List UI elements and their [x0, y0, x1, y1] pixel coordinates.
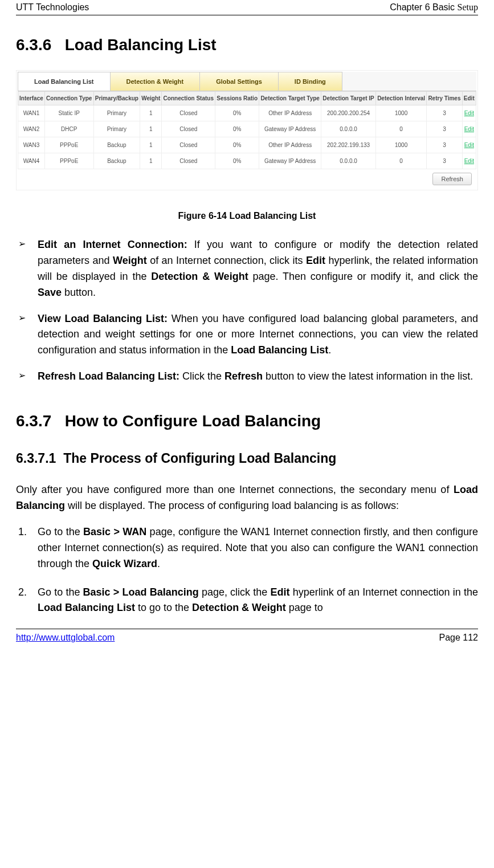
- table-cell: 0%: [215, 137, 259, 153]
- table-cell: 1000: [375, 105, 426, 121]
- refresh-button[interactable]: Refresh: [432, 173, 472, 185]
- table-cell: PPPoE: [44, 153, 93, 169]
- table-cell: Closed: [162, 137, 215, 153]
- col-sessions-ratio: Sessions Ratio: [215, 92, 259, 105]
- table-cell: 0.0.0.0: [321, 153, 376, 169]
- page-number: Page 112: [439, 633, 478, 643]
- tab-global-settings[interactable]: Global Settings: [199, 72, 279, 91]
- table-cell: Closed: [162, 153, 215, 169]
- table-cell: 3: [427, 153, 462, 169]
- table-cell: 0: [375, 121, 426, 137]
- table-cell: Primary: [93, 105, 140, 121]
- footer-link[interactable]: http://www.uttglobal.com: [16, 633, 115, 643]
- edit-link[interactable]: Edit: [464, 142, 474, 148]
- numbered-steps: 1. Go to the Basic > WAN page, configure…: [16, 524, 478, 616]
- bullet-list: Edit an Internet Connection: If you want…: [16, 237, 478, 385]
- section-heading-636: 6.3.6 Load Balancing List: [16, 36, 478, 54]
- table-cell: WAN1: [18, 105, 45, 121]
- edit-cell: Edit: [462, 105, 476, 121]
- table-cell: 0%: [215, 153, 259, 169]
- bullet-refresh-list: Refresh Load Balancing List: Click the R…: [16, 369, 478, 385]
- edit-cell: Edit: [462, 121, 476, 137]
- table-cell: WAN3: [18, 137, 45, 153]
- table-cell: Backup: [93, 153, 140, 169]
- table-cell: 3: [427, 137, 462, 153]
- table-cell: DHCP: [44, 121, 93, 137]
- col-weight: Weight: [140, 92, 162, 105]
- table-cell: Closed: [162, 105, 215, 121]
- table-cell: 1: [140, 105, 162, 121]
- tab-detection-weight[interactable]: Detection & Weight: [110, 72, 201, 91]
- step-2: 2. Go to the Basic > Load Balancing page…: [16, 585, 478, 617]
- table-cell: 3: [427, 105, 462, 121]
- table-cell: Primary: [93, 121, 140, 137]
- col-detection-target-ip: Detection Target IP: [321, 92, 376, 105]
- col-detection-target-type: Detection Target Type: [259, 92, 321, 105]
- table-row: WAN1Static IPPrimary1Closed0%Other IP Ad…: [18, 105, 476, 121]
- figure-caption: Figure 6-14 Load Balancing List: [16, 211, 478, 221]
- table-cell: Other IP Address: [259, 105, 321, 121]
- edit-cell: Edit: [462, 137, 476, 153]
- col-interface: Interface: [18, 92, 45, 105]
- table-cell: 1: [140, 137, 162, 153]
- header-left: UTT Technologies: [16, 2, 89, 13]
- table-cell: 202.202.199.133: [321, 137, 376, 153]
- step-1: 1. Go to the Basic > WAN page, configure…: [16, 524, 478, 572]
- page-header: UTT Technologies Chapter 6 Basic Setup: [16, 0, 478, 15]
- table-cell: WAN2: [18, 121, 45, 137]
- subsection-heading-6371: 6.3.7.1 The Process of Configuring Load …: [16, 451, 478, 466]
- edit-link[interactable]: Edit: [464, 158, 474, 164]
- screenshot-tabs: Load Balancing List Detection & Weight G…: [18, 72, 476, 91]
- table-cell: 0: [375, 153, 426, 169]
- col-primary-backup: Primary/Backup: [93, 92, 140, 105]
- table-cell: 0%: [215, 105, 259, 121]
- edit-link[interactable]: Edit: [464, 126, 474, 132]
- bullet-view-list: View Load Balancing List: When you have …: [16, 311, 478, 359]
- table-cell: 0%: [215, 121, 259, 137]
- table-cell: PPPoE: [44, 137, 93, 153]
- table-header-row: Interface Connection Type Primary/Backup…: [18, 92, 476, 105]
- table-cell: 1: [140, 121, 162, 137]
- table-cell: 1: [140, 153, 162, 169]
- header-right: Chapter 6 Basic Setup: [390, 2, 478, 13]
- table-row: WAN4PPPoEBackup1Closed0%Gateway IP Addre…: [18, 153, 476, 169]
- table-cell: Closed: [162, 121, 215, 137]
- col-connection-status: Connection Status: [162, 92, 215, 105]
- table-cell: Static IP: [44, 105, 93, 121]
- edit-link[interactable]: Edit: [464, 110, 474, 116]
- page-footer: http://www.uttglobal.com Page 112: [16, 629, 478, 646]
- table-cell: Other IP Address: [259, 137, 321, 153]
- table-cell: Gateway IP Address: [259, 153, 321, 169]
- tab-load-balancing-list[interactable]: Load Balancing List: [18, 72, 111, 91]
- col-connection-type: Connection Type: [44, 92, 93, 105]
- screenshot-load-balancing-list: Load Balancing List Detection & Weight G…: [16, 70, 478, 190]
- table-cell: 0.0.0.0: [321, 121, 376, 137]
- load-balancing-table: Interface Connection Type Primary/Backup…: [18, 91, 476, 169]
- col-detection-interval: Detection Interval: [375, 92, 426, 105]
- table-cell: Gateway IP Address: [259, 121, 321, 137]
- table-row: WAN2DHCPPrimary1Closed0%Gateway IP Addre…: [18, 121, 476, 137]
- table-cell: 200.200.200.254: [321, 105, 376, 121]
- bullet-edit-connection: Edit an Internet Connection: If you want…: [16, 237, 478, 301]
- table-cell: 3: [427, 121, 462, 137]
- col-edit: Edit: [462, 92, 476, 105]
- table-row: WAN3PPPoEBackup1Closed0%Other IP Address…: [18, 137, 476, 153]
- col-retry-times: Retry Times: [427, 92, 462, 105]
- edit-cell: Edit: [462, 153, 476, 169]
- table-cell: WAN4: [18, 153, 45, 169]
- section-heading-637: 6.3.7 How to Configure Load Balancing: [16, 412, 478, 430]
- process-intro-paragraph: Only after you have configured more than…: [16, 482, 478, 514]
- table-cell: 1000: [375, 137, 426, 153]
- table-cell: Backup: [93, 137, 140, 153]
- tab-id-binding[interactable]: ID Binding: [278, 72, 342, 91]
